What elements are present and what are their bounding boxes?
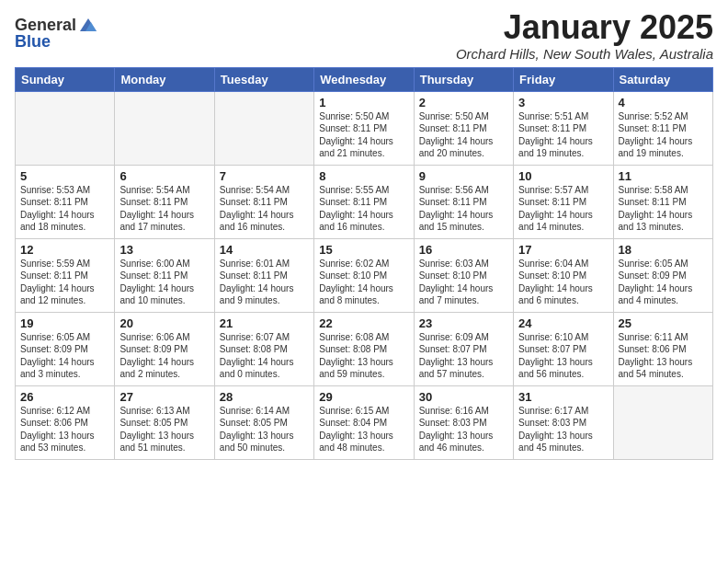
table-row (115, 91, 214, 165)
table-row: 30Sunrise: 6:16 AMSunset: 8:03 PMDayligh… (414, 385, 513, 459)
day-number: 8 (319, 169, 408, 183)
day-number: 1 (319, 96, 408, 109)
table-row: 15Sunrise: 6:02 AMSunset: 8:10 PMDayligh… (314, 238, 414, 312)
day-number: 22 (319, 316, 408, 330)
day-info: Sunrise: 5:52 AMSunset: 8:11 PMDaylight:… (619, 110, 708, 160)
day-number: 26 (20, 390, 109, 404)
logo-icon (78, 15, 98, 35)
day-info: Sunrise: 6:10 AMSunset: 8:07 PMDaylight:… (518, 331, 608, 381)
day-number: 23 (419, 316, 508, 330)
day-info: Sunrise: 6:03 AMSunset: 8:10 PMDaylight:… (419, 258, 508, 307)
calendar-week-row: 19Sunrise: 6:05 AMSunset: 8:09 PMDayligh… (16, 312, 713, 385)
day-number: 7 (220, 169, 309, 183)
day-info: Sunrise: 6:05 AMSunset: 8:09 PMDaylight:… (619, 258, 708, 307)
day-number: 12 (20, 243, 109, 257)
table-row: 22Sunrise: 6:08 AMSunset: 8:08 PMDayligh… (314, 312, 414, 385)
header: General Blue January 2025 Orchard Hills,… (15, 9, 713, 62)
day-info: Sunrise: 6:05 AMSunset: 8:09 PMDaylight:… (20, 331, 109, 381)
calendar-week-row: 5Sunrise: 5:53 AMSunset: 8:11 PMDaylight… (16, 165, 713, 238)
calendar-week-row: 12Sunrise: 5:59 AMSunset: 8:11 PMDayligh… (16, 238, 713, 312)
table-row: 14Sunrise: 6:01 AMSunset: 8:11 PMDayligh… (214, 238, 313, 312)
table-row: 6Sunrise: 5:54 AMSunset: 8:11 PMDaylight… (115, 165, 214, 238)
table-row: 9Sunrise: 5:56 AMSunset: 8:11 PMDaylight… (414, 165, 513, 238)
day-number: 13 (119, 243, 209, 257)
day-number: 19 (20, 316, 109, 330)
day-info: Sunrise: 6:01 AMSunset: 8:11 PMDaylight:… (220, 258, 309, 307)
header-sunday: Sunday (16, 67, 115, 91)
day-info: Sunrise: 6:08 AMSunset: 8:08 PMDaylight:… (319, 331, 408, 381)
table-row: 23Sunrise: 6:09 AMSunset: 8:07 PMDayligh… (414, 312, 513, 385)
day-number: 10 (518, 169, 608, 183)
day-number: 9 (419, 169, 508, 183)
day-info: Sunrise: 6:04 AMSunset: 8:10 PMDaylight:… (518, 258, 608, 307)
table-row: 20Sunrise: 6:06 AMSunset: 8:09 PMDayligh… (115, 312, 214, 385)
day-info: Sunrise: 6:11 AMSunset: 8:06 PMDaylight:… (619, 331, 708, 381)
day-info: Sunrise: 6:15 AMSunset: 8:04 PMDaylight:… (319, 405, 408, 454)
day-info: Sunrise: 5:59 AMSunset: 8:11 PMDaylight:… (20, 258, 109, 307)
day-number: 21 (220, 316, 309, 330)
calendar-week-row: 26Sunrise: 6:12 AMSunset: 8:06 PMDayligh… (16, 385, 713, 459)
day-info: Sunrise: 5:55 AMSunset: 8:11 PMDaylight:… (319, 184, 408, 234)
day-number: 31 (518, 390, 608, 404)
day-number: 17 (518, 243, 608, 257)
header-wednesday: Wednesday (314, 67, 414, 91)
day-number: 25 (619, 316, 708, 330)
table-row: 4Sunrise: 5:52 AMSunset: 8:11 PMDaylight… (613, 91, 712, 165)
calendar-week-row: 1Sunrise: 5:50 AMSunset: 8:11 PMDaylight… (16, 91, 713, 165)
day-info: Sunrise: 6:17 AMSunset: 8:03 PMDaylight:… (518, 405, 608, 454)
table-row: 17Sunrise: 6:04 AMSunset: 8:10 PMDayligh… (514, 238, 613, 312)
header-thursday: Thursday (414, 67, 513, 91)
day-info: Sunrise: 5:51 AMSunset: 8:11 PMDaylight:… (518, 110, 608, 160)
table-row (613, 385, 712, 459)
day-info: Sunrise: 5:53 AMSunset: 8:11 PMDaylight:… (20, 184, 109, 234)
day-number: 15 (319, 243, 408, 257)
day-info: Sunrise: 6:00 AMSunset: 8:11 PMDaylight:… (119, 258, 209, 307)
day-info: Sunrise: 6:12 AMSunset: 8:06 PMDaylight:… (20, 405, 109, 454)
table-row: 12Sunrise: 5:59 AMSunset: 8:11 PMDayligh… (16, 238, 115, 312)
table-row: 29Sunrise: 6:15 AMSunset: 8:04 PMDayligh… (314, 385, 414, 459)
table-row: 25Sunrise: 6:11 AMSunset: 8:06 PMDayligh… (613, 312, 712, 385)
day-number: 20 (119, 316, 209, 330)
day-number: 27 (119, 390, 209, 404)
table-row: 1Sunrise: 5:50 AMSunset: 8:11 PMDaylight… (314, 91, 414, 165)
table-row: 2Sunrise: 5:50 AMSunset: 8:11 PMDaylight… (414, 91, 513, 165)
location-title: Orchard Hills, New South Wales, Australi… (456, 46, 713, 62)
day-number: 24 (518, 316, 608, 330)
table-row: 11Sunrise: 5:58 AMSunset: 8:11 PMDayligh… (613, 165, 712, 238)
header-monday: Monday (115, 67, 214, 91)
table-row: 10Sunrise: 5:57 AMSunset: 8:11 PMDayligh… (514, 165, 613, 238)
table-row (16, 91, 115, 165)
table-row: 28Sunrise: 6:14 AMSunset: 8:05 PMDayligh… (214, 385, 313, 459)
table-row: 18Sunrise: 6:05 AMSunset: 8:09 PMDayligh… (613, 238, 712, 312)
table-row: 3Sunrise: 5:51 AMSunset: 8:11 PMDaylight… (514, 91, 613, 165)
day-info: Sunrise: 6:06 AMSunset: 8:09 PMDaylight:… (119, 331, 209, 381)
day-info: Sunrise: 6:16 AMSunset: 8:03 PMDaylight:… (419, 405, 508, 454)
table-row: 8Sunrise: 5:55 AMSunset: 8:11 PMDaylight… (314, 165, 414, 238)
day-number: 4 (619, 96, 708, 109)
table-row (214, 91, 313, 165)
day-info: Sunrise: 5:58 AMSunset: 8:11 PMDaylight:… (619, 184, 708, 234)
day-number: 30 (419, 390, 508, 404)
day-number: 2 (419, 96, 508, 109)
day-info: Sunrise: 6:14 AMSunset: 8:05 PMDaylight:… (220, 405, 309, 454)
table-row: 5Sunrise: 5:53 AMSunset: 8:11 PMDaylight… (16, 165, 115, 238)
day-info: Sunrise: 5:54 AMSunset: 8:11 PMDaylight:… (119, 184, 209, 234)
day-number: 29 (319, 390, 408, 404)
table-row: 21Sunrise: 6:07 AMSunset: 8:08 PMDayligh… (214, 312, 313, 385)
day-info: Sunrise: 6:07 AMSunset: 8:08 PMDaylight:… (220, 331, 309, 381)
table-row: 24Sunrise: 6:10 AMSunset: 8:07 PMDayligh… (514, 312, 613, 385)
day-number: 18 (619, 243, 708, 257)
header-tuesday: Tuesday (214, 67, 313, 91)
day-info: Sunrise: 5:54 AMSunset: 8:11 PMDaylight:… (220, 184, 309, 234)
day-number: 11 (619, 169, 708, 183)
day-info: Sunrise: 6:02 AMSunset: 8:10 PMDaylight:… (319, 258, 408, 307)
logo: General Blue (15, 15, 98, 52)
table-row: 27Sunrise: 6:13 AMSunset: 8:05 PMDayligh… (115, 385, 214, 459)
table-row: 31Sunrise: 6:17 AMSunset: 8:03 PMDayligh… (514, 385, 613, 459)
day-number: 5 (20, 169, 109, 183)
weekday-header-row: Sunday Monday Tuesday Wednesday Thursday… (16, 67, 713, 91)
day-number: 6 (119, 169, 209, 183)
day-info: Sunrise: 5:50 AMSunset: 8:11 PMDaylight:… (419, 110, 508, 160)
day-info: Sunrise: 5:56 AMSunset: 8:11 PMDaylight:… (419, 184, 508, 234)
day-number: 16 (419, 243, 508, 257)
